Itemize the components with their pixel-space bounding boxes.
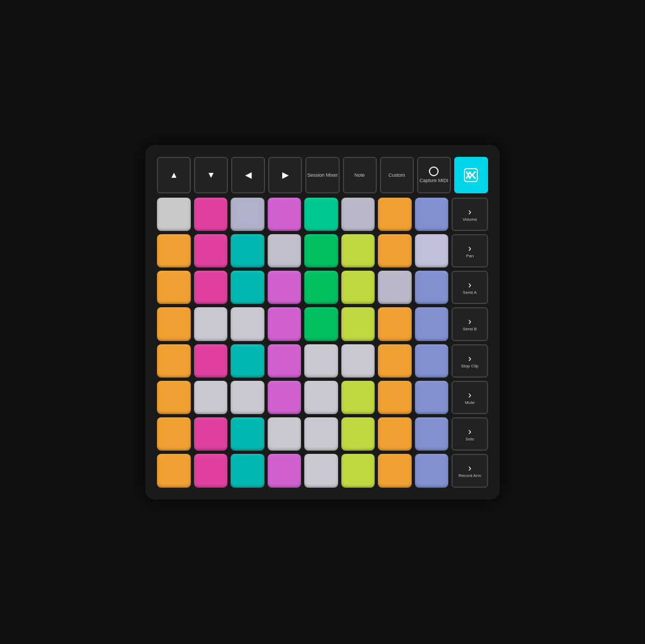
right-arrow-icon: ▶ (282, 170, 289, 180)
pad-7-1[interactable] (194, 454, 228, 487)
pad-2-0[interactable] (157, 271, 191, 304)
pad-6-6[interactable] (378, 417, 412, 451)
pad-3-5[interactable] (341, 307, 375, 341)
pad-7-4[interactable] (304, 454, 338, 487)
record_arm-button[interactable]: › Record Arm (452, 454, 488, 487)
mute-arrow-icon: › (468, 390, 471, 400)
custom-button[interactable]: Custom (380, 157, 414, 193)
pad-6-5[interactable] (341, 417, 375, 451)
pad-4-0[interactable] (157, 344, 191, 378)
solo-button[interactable]: › Solo (452, 417, 488, 451)
pad-6-4[interactable] (304, 417, 338, 451)
pad-3-2[interactable] (231, 307, 264, 341)
pad-7-2[interactable] (231, 454, 264, 487)
pad-4-3[interactable] (268, 344, 302, 378)
capture-midi-button[interactable]: Capture MIDI (417, 157, 451, 193)
pad-0-7[interactable] (415, 198, 449, 231)
pad-2-3[interactable] (268, 271, 302, 304)
pad-5-4[interactable] (304, 381, 338, 414)
up-button[interactable]: ▲ (157, 157, 191, 193)
pad-7-3[interactable] (268, 454, 302, 487)
pad-5-3[interactable] (268, 381, 302, 414)
record_arm-arrow-icon: › (468, 463, 471, 473)
pad-4-1[interactable] (194, 344, 228, 378)
pad-0-6[interactable] (378, 198, 412, 231)
pad-3-3[interactable] (268, 307, 302, 341)
pad-0-0[interactable] (157, 198, 191, 231)
pad-1-2[interactable] (231, 234, 264, 267)
pad-4-6[interactable] (378, 344, 412, 378)
pad-2-6[interactable] (378, 271, 412, 304)
right-button[interactable]: ▶ (268, 157, 302, 193)
solo-arrow-icon: › (468, 426, 471, 436)
pad-0-5[interactable] (341, 198, 375, 231)
pad-5-0[interactable] (157, 381, 191, 414)
pad-7-0[interactable] (157, 454, 191, 487)
pad-1-1[interactable] (194, 234, 228, 267)
pad-1-4[interactable] (304, 234, 338, 267)
pad-6-1[interactable] (194, 417, 228, 451)
session-mixer-label: Session Mixer (307, 173, 338, 178)
pad-4-7[interactable] (415, 344, 449, 378)
pad-3-4[interactable] (304, 307, 338, 341)
pad-6-2[interactable] (231, 417, 264, 451)
novation-logo-button[interactable] (454, 157, 488, 193)
pad-7-7[interactable] (415, 454, 449, 487)
pad-7-5[interactable] (341, 454, 375, 487)
pad-6-7[interactable] (415, 417, 449, 451)
pad-5-7[interactable] (415, 381, 449, 414)
pan-label: Pan (466, 254, 474, 258)
pad-0-4[interactable] (304, 198, 338, 231)
main-area: › Volume › Pan › Send A › Send B › Stop … (157, 198, 488, 488)
capture-circle-icon (429, 167, 439, 176)
up-arrow-icon: ▲ (170, 170, 178, 180)
send_a-label: Send A (463, 290, 477, 295)
send_b-button[interactable]: › Send B (452, 307, 488, 341)
pad-1-3[interactable] (268, 234, 302, 267)
pad-3-7[interactable] (415, 307, 449, 341)
mute-label: Mute (465, 400, 475, 405)
top-row: ▲ ▼ ◀ ▶ Session Mixer Note Custom Captur… (157, 157, 488, 193)
pad-1-6[interactable] (378, 234, 412, 267)
pad-2-2[interactable] (231, 271, 264, 304)
custom-label: Custom (389, 173, 405, 178)
pad-2-5[interactable] (341, 271, 375, 304)
pad-3-6[interactable] (378, 307, 412, 341)
pad-4-5[interactable] (341, 344, 375, 378)
pad-1-5[interactable] (341, 234, 375, 267)
left-arrow-icon: ◀ (245, 170, 252, 180)
left-button[interactable]: ◀ (231, 157, 265, 193)
pad-6-3[interactable] (268, 417, 302, 451)
pad-5-5[interactable] (341, 381, 375, 414)
pad-1-0[interactable] (157, 234, 191, 267)
pad-3-0[interactable] (157, 307, 191, 341)
pad-2-7[interactable] (415, 271, 449, 304)
pan-arrow-icon: › (468, 243, 471, 253)
send_a-button[interactable]: › Send A (452, 271, 488, 304)
capture-label: Capture MIDI (420, 178, 449, 184)
record_arm-label: Record Arm (458, 473, 481, 478)
pad-4-2[interactable] (231, 344, 264, 378)
pad-7-6[interactable] (378, 454, 412, 487)
pad-6-0[interactable] (157, 417, 191, 451)
note-button[interactable]: Note (343, 157, 377, 193)
pad-5-2[interactable] (231, 381, 264, 414)
stop_clip-button[interactable]: › Stop Clip (452, 344, 488, 378)
pad-2-1[interactable] (194, 271, 228, 304)
pad-0-2[interactable] (231, 198, 264, 231)
session-mixer-button[interactable]: Session Mixer (305, 157, 339, 193)
down-button[interactable]: ▼ (194, 157, 228, 193)
pad-5-6[interactable] (378, 381, 412, 414)
pad-4-4[interactable] (304, 344, 338, 378)
send_b-label: Send B (463, 327, 477, 331)
down-arrow-icon: ▼ (207, 170, 216, 180)
mute-button[interactable]: › Mute (452, 381, 488, 414)
pad-0-1[interactable] (194, 198, 228, 231)
pan-button[interactable]: › Pan (452, 234, 488, 267)
volume-button[interactable]: › Volume (452, 198, 488, 231)
pad-5-1[interactable] (194, 381, 228, 414)
pad-1-7[interactable] (415, 234, 449, 267)
pad-0-3[interactable] (268, 198, 302, 231)
pad-2-4[interactable] (304, 271, 338, 304)
pad-3-1[interactable] (194, 307, 228, 341)
